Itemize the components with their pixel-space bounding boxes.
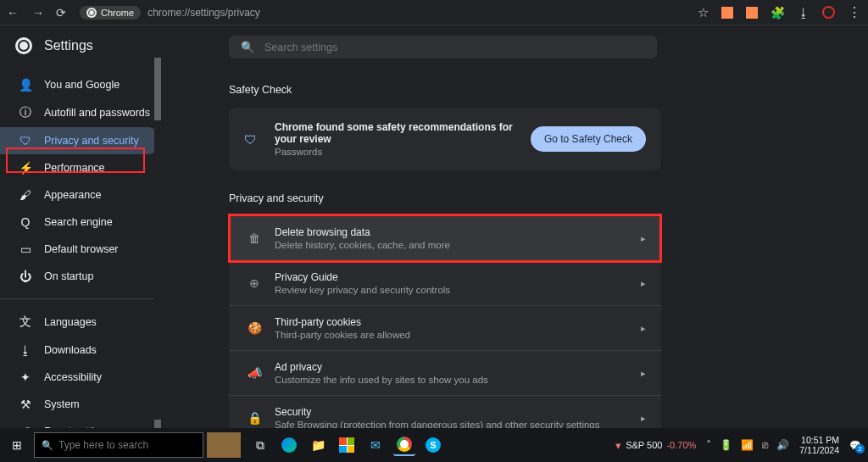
chevron-right-icon: ▸ [641,233,646,244]
extensions-icon[interactable]: 🧩 [771,6,785,19]
sidebar-item-appearance[interactable]: 🖌 Appearance [0,181,161,209]
sidebar-item-label: Search engine [44,216,113,228]
row-security[interactable]: 🔒 Security Safe Browsing (protection fro… [229,396,661,428]
chevron-right-icon: ▸ [641,413,646,424]
sidebar-item-downloads[interactable]: ⭳ Downloads [0,337,161,364]
row-third-party-cookies[interactable]: 🍪 Third-party cookies Third-party cookie… [229,306,661,351]
chevron-right-icon: ▸ [641,323,646,334]
sidebar-scrollbar[interactable] [154,58,161,428]
scroll-thumb[interactable] [154,420,161,428]
trash-icon: 🗑 [244,231,264,245]
sidebar-item-you-and-google[interactable]: 👤 You and Google [0,71,161,98]
stock-ticker[interactable]: ▾ S&P 500 -0.70% [615,439,696,452]
go-to-safety-check-button[interactable]: Go to Safety Check [531,126,646,152]
extension-1-icon[interactable] [721,7,733,19]
default-browser-icon: ▭ [19,242,32,256]
row-title: Privacy Guide [275,271,641,283]
stock-down-icon: ▾ [615,439,621,452]
edge-taskbar-icon[interactable] [278,434,300,456]
sidebar-item-default-browser[interactable]: ▭ Default browser [0,236,161,263]
taskbar-search-input[interactable] [58,439,196,451]
mail-icon[interactable]: ✉ [364,434,387,456]
back-button[interactable]: ← [7,6,19,19]
row-sub: Third-party cookies are allowed [275,330,641,340]
clock-time: 10:51 PM [799,435,839,445]
file-explorer-icon[interactable]: 📁 [307,434,329,456]
safety-check-card: 🛡 Chrome found some safety recommendatio… [229,108,661,170]
power-icon: ⏻ [19,270,32,283]
tray-overflow-icon[interactable]: ˄ [706,439,711,451]
settings-search[interactable]: 🔍 [229,36,657,58]
search-engine-icon: Q [19,215,32,229]
row-sub: Delete history, cookies, cache, and more [275,240,641,250]
forward-button[interactable]: → [32,6,44,19]
sidebar-item-label: Languages [44,316,97,328]
row-ad-privacy[interactable]: 📣 Ad privacy Customize the info used by … [229,351,661,396]
stock-name: S&P 500 [626,440,662,450]
system-icon: ⚒ [19,398,32,411]
downloads-icon[interactable]: ⭳ [798,6,810,19]
chrome-taskbar-icon[interactable] [393,434,415,456]
task-view-icon[interactable]: ⧉ [249,434,271,456]
site-chip[interactable]: Chrome [80,6,141,19]
skype-taskbar-icon[interactable]: S [422,434,444,456]
language-icon: 文 [19,314,32,330]
sidebar-item-label: Autofill and passwords [44,107,150,119]
microsoft-store-icon[interactable] [336,434,358,456]
chrome-menu-button[interactable]: ⋮ [848,4,861,20]
wifi-icon[interactable]: 📶 [741,439,754,451]
row-sub: Safe Browsing (protection from dangerous… [275,420,641,428]
sidebar-item-label: Appearance [44,189,101,201]
search-highlight-thumb[interactable] [207,432,241,458]
stock-change: -0.70% [666,440,696,450]
sidebar-item-autofill[interactable]: ⓘ Autofill and passwords [0,98,161,127]
start-button[interactable]: ⊞ [0,438,34,452]
taskbar-clock[interactable]: 10:51 PM 7/11/2024 [799,435,839,455]
browser-bar: ← → ⟳ Chrome chrome://settings/privacy ☆… [0,0,868,25]
sidebar-item-label: Performance [44,162,105,174]
address-bar[interactable]: chrome://settings/privacy [147,7,260,19]
sidebar-item-on-startup[interactable]: ⏻ On startup [0,263,161,290]
sidebar-header: Settings [0,25,161,66]
row-delete-browsing-data[interactable]: 🗑 Delete browsing data Delete history, c… [229,216,661,261]
notifications-button[interactable]: 💬 2 [849,440,861,451]
safety-headline: Chrome found some safety recommendations… [275,121,531,145]
chrome-logo-icon [15,37,32,54]
search-icon: 🔍 [42,440,53,451]
sidebar-item-label: Accessibility [44,371,102,383]
row-title: Third-party cookies [275,316,641,328]
accessibility-icon: ✦ [19,370,32,384]
profile-avatar[interactable] [822,6,835,19]
speed-icon: ⚡ [19,161,32,175]
safety-shield-icon: 🛡 [244,132,261,147]
safety-sub: Passwords [275,147,531,157]
sidebar-item-label: You and Google [44,79,120,91]
sidebar-item-system[interactable]: ⚒ System [0,391,161,418]
sidebar-item-privacy[interactable]: 🛡 Privacy and security [0,127,161,154]
scroll-thumb[interactable] [154,58,161,120]
taskbar-search[interactable]: 🔍 [34,432,203,458]
row-privacy-guide[interactable]: ⊕ Privacy Guide Review key privacy and s… [229,261,661,306]
privacy-section-heading: Privacy and security [229,192,868,204]
chrome-icon [86,8,97,18]
safety-check-heading: Safety Check [229,84,868,96]
chevron-right-icon: ▸ [641,368,646,379]
sidebar-item-label: Default browser [44,243,119,255]
chevron-right-icon: ▸ [641,278,646,289]
row-sub: Customize the info used by sites to show… [275,375,641,385]
sidebar-item-accessibility[interactable]: ✦ Accessibility [0,364,161,391]
sidebar-item-languages[interactable]: 文 Languages [0,308,161,337]
sidebar-item-search-engine[interactable]: Q Search engine [0,209,161,236]
sidebar-item-label: Downloads [44,344,97,356]
sidebar-item-performance[interactable]: ⚡ Performance [0,154,161,181]
row-title: Delete browsing data [275,226,641,238]
volume-icon[interactable]: 🔊 [776,439,789,451]
battery-icon[interactable]: 🔋 [720,439,732,451]
sidebar-divider [0,298,161,299]
settings-search-input[interactable] [264,42,645,53]
bookmark-icon[interactable]: ☆ [698,5,709,20]
reload-button[interactable]: ⟳ [56,6,66,19]
extension-2-icon[interactable] [746,7,758,19]
cookie-icon: 🍪 [244,321,264,335]
cast-icon[interactable]: ⎚ [762,439,768,451]
